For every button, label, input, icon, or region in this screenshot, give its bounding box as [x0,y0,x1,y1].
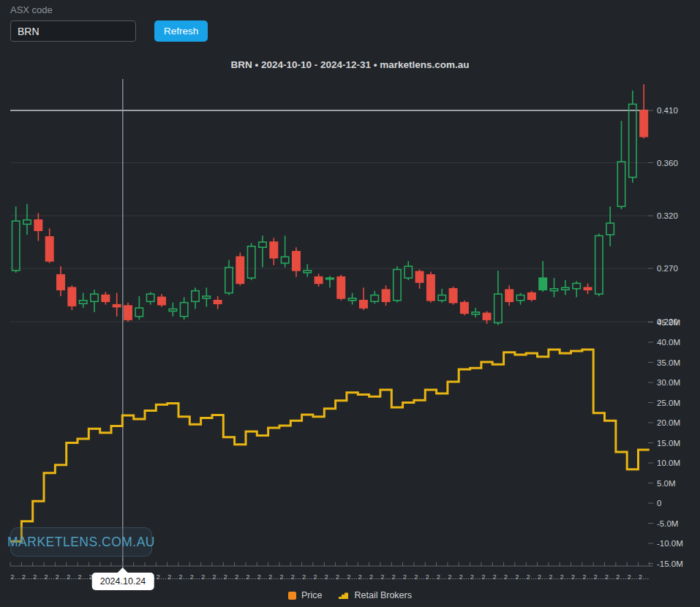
candle[interactable] [337,275,345,301]
candle[interactable] [180,297,187,320]
chart-canvas[interactable]: 0.4100.3600.3200.2700.22045.0M40.0M35.0M… [0,0,700,607]
watermark-badge: MARKETLENS.COM.AU [10,527,152,557]
x-axis-label: 2… [571,573,582,581]
candle[interactable] [102,292,109,305]
candle[interactable] [382,285,389,306]
candle[interactable] [371,291,378,304]
candle[interactable] [57,266,64,296]
chart-legend: Price Retail Brokers [0,590,700,600]
candle[interactable] [629,91,636,183]
x-axis-label: 2… [336,573,347,581]
watermark-text: MARKETLENS.COM.AU [7,535,155,550]
candle[interactable] [169,303,176,317]
candle[interactable] [259,235,266,267]
candle[interactable] [315,274,322,287]
x-axis-label: 2… [246,573,257,581]
candle[interactable] [158,294,165,307]
price-swatch-icon [288,592,296,600]
x-axis-label: 2… [448,573,459,581]
candle[interactable] [449,287,456,305]
candle[interactable] [573,282,580,298]
candle[interactable] [550,278,557,297]
candle[interactable] [293,247,300,276]
candlestick-series [12,84,648,325]
x-axis-label: 2… [157,573,168,581]
x-axis-label: 2… [279,573,290,581]
candle[interactable] [12,206,20,273]
x-axis-label: 2… [325,573,336,581]
x-axis-label: 2… [33,573,44,581]
candle[interactable] [91,290,98,312]
candle[interactable] [146,292,154,305]
price-axis-label: 0.320 [657,211,678,220]
candle[interactable] [584,283,591,294]
candle[interactable] [640,84,647,138]
volume-axis-label: 25.0M [657,399,680,407]
legend-item-retail-brokers[interactable]: Retail Brokers [338,590,412,600]
candle[interactable] [281,235,288,267]
candle[interactable] [45,228,53,263]
candle[interactable] [214,296,221,309]
candle[interactable] [415,269,423,288]
candle[interactable] [23,204,31,235]
candle[interactable] [606,206,614,246]
x-axis-label: 2… [358,573,369,581]
step-line-swatch-icon [338,591,349,600]
candle[interactable] [539,261,546,292]
volume-axis-label: 30.0M [657,378,680,387]
candle[interactable] [360,287,367,310]
candle[interactable] [124,303,132,322]
candle[interactable] [79,293,86,308]
candle[interactable] [348,293,355,305]
candle[interactable] [192,287,199,309]
volume-axis-label: 5.0M [657,479,676,488]
candle[interactable] [247,243,255,280]
price-axis-label: 0.270 [657,264,678,273]
volume-axis-label: 15.0M [657,439,680,448]
volume-axis-label: 35.0M [657,358,680,367]
candle[interactable] [427,271,434,302]
candle[interactable] [404,261,412,280]
x-axis-label: 2… [224,573,235,581]
candle[interactable] [438,289,445,303]
x-axis-label: 2… [627,573,638,581]
candle[interactable] [203,287,210,306]
x-axis-label: 2… [526,573,537,581]
x-axis-label: 2… [560,573,571,581]
x-axis-label: 2… [616,573,627,581]
candle[interactable] [461,301,468,315]
candle[interactable] [326,276,334,287]
x-axis-label: 2… [178,573,189,581]
candle[interactable] [135,296,143,320]
candle[interactable] [270,238,277,265]
refresh-button[interactable]: Refresh [154,20,208,42]
x-axis-label: 2… [302,573,313,581]
candle[interactable] [68,285,75,310]
candle[interactable] [505,285,513,306]
candle[interactable] [562,280,569,295]
x-axis-label: 2… [605,573,616,581]
price-axis-label: 0.410 [657,106,678,115]
candle[interactable] [472,308,479,317]
price-axis-label: 0.360 [657,159,678,167]
candle[interactable] [516,293,524,305]
candle[interactable] [494,271,502,325]
candle[interactable] [304,264,311,276]
crosshair-date-tooltip: 2024.10.24 [92,573,154,590]
candle[interactable] [528,291,535,302]
legend-item-price[interactable]: Price [288,590,322,600]
candle[interactable] [34,213,42,241]
asx-code-input[interactable] [10,20,136,42]
x-axis-label: 2… [470,573,481,581]
candle[interactable] [617,121,625,209]
candle[interactable] [236,252,244,285]
candle[interactable] [595,233,603,295]
candle[interactable] [113,293,120,317]
candle[interactable] [225,260,233,295]
legend-retail-brokers-label: Retail Brokers [354,590,412,600]
x-axis-label: 2… [392,573,403,581]
candle[interactable] [394,266,401,303]
x-axis-label: 2… [492,573,503,581]
marketlens-app: 0.4100.3600.3200.2700.22045.0M40.0M35.0M… [0,0,700,607]
asx-code-label: ASX code [10,4,53,15]
